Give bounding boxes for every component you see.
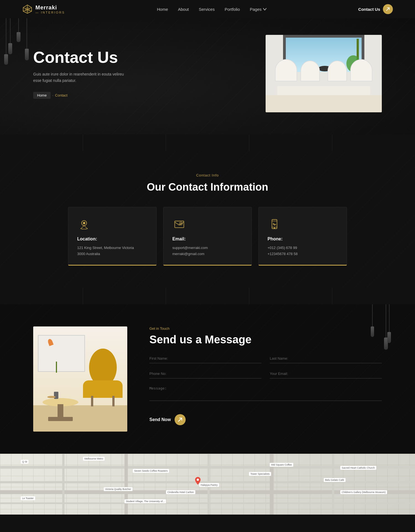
hero-description: Guis aute irure dolor in rearehenderit i… [33,71,133,84]
interior-scene [33,326,127,432]
phone-icon [268,217,281,231]
location-card-title: Location: [77,237,147,242]
last-name-field [270,356,382,363]
logo-icon [22,4,33,14]
svg-point-6 [83,222,85,224]
phone-field [149,371,261,378]
contact-us-button[interactable]: Contact Us [358,4,393,14]
message-textarea[interactable] [149,386,382,397]
map-section: Q St Seven Seeds Coffee Roasters Halepya… [0,454,415,515]
brand-sub: — Interiors [35,11,65,14]
email-input[interactable] [270,372,382,376]
chevron-down-icon [263,7,266,11]
email-icon [172,217,186,231]
send-button-label: Send Now [149,417,171,422]
map-label-13: Melbourne Metro [83,457,105,461]
nav-links: Home About Services Portfolio Pages [157,7,266,12]
contact-arrow-icon [383,4,393,14]
navbar: Merraki — Interiors Home About Services … [0,0,415,18]
nav-services[interactable]: Services [199,7,215,12]
map-pin [195,477,201,486]
envelope-icon [173,218,185,230]
map-label-9: Children's Gallery (Melbourne Museum) [340,490,387,494]
form-section-label: Get in Touch [149,326,382,331]
form-title: Send us a Message [149,333,382,346]
contact-form: Get in Touch Send us a Message Send Now [149,326,382,425]
svg-point-12 [274,228,275,229]
send-arrow-icon [175,414,186,425]
info-cards: Location: 121 King Street, Melbourne Vic… [33,207,382,266]
phone-card: Phone: +012 (345) 678 99+12345678 478 58 [258,207,347,266]
section-dividers-2 [0,288,415,304]
email-field [270,371,382,378]
map-label-12: Cinderella Hotel Carlton [166,490,195,494]
hero-content: Contact Us Guis aute irure dolor in rear… [33,48,166,99]
map-label-8: Belu Gelato Café [324,478,346,482]
phone-card-title: Phone: [268,237,338,242]
email-card-text: support@merraki.commerraki@gmail.com [172,245,243,257]
contact-info-section: Contact Info Our Contact Information Loc… [0,151,415,288]
first-name-input[interactable] [149,356,261,360]
arrow-up-right-icon [178,417,183,422]
phone-input[interactable] [149,372,261,376]
nav-portfolio[interactable]: Portfolio [225,7,240,12]
section-dividers [0,134,415,151]
form-section: Get in Touch Send us a Message Send Now [0,304,415,454]
phone-device-icon [268,218,281,230]
map-label-2: Seven Seeds Coffee Roasters [133,469,169,473]
location-card: Location: 121 King Street, Melbourne Vic… [68,207,157,266]
breadcrumb-current: Contact [55,93,68,97]
map-label-4: Victoria Quality Butcher [104,487,133,491]
hero-section: Contact Us Guis aute irure dolor in rear… [0,18,415,134]
arrow-icon [386,7,390,11]
map-pin-icon [78,218,90,230]
contact-info-label: Contact Info [33,173,382,177]
last-name-input[interactable] [270,356,382,360]
svg-point-13 [197,479,199,481]
email-card-title: Email: [172,237,243,242]
map-label-1: Q St [21,460,28,464]
contact-info-title: Our Contact Information [33,181,382,193]
map-label-7: Sacred Heart Catholic Church [340,466,376,470]
map-label-11: Student Village, The University of... [124,499,166,503]
email-card: Email: support@merraki.commerraki@gmail.… [163,207,252,266]
hero-title: Contact Us [33,48,166,66]
map-label-6: Mid Square Coffee [270,463,293,467]
message-field [149,386,382,401]
breadcrumb-home[interactable]: Home [33,92,51,99]
location-icon [77,217,91,231]
nav-pages-dropdown[interactable]: Pages [250,7,266,12]
first-name-field [149,356,261,363]
map-label-10: Le Toaster [21,496,35,500]
map-label-3: Halepya Pantry [199,483,219,487]
contact-button-label: Contact Us [358,7,380,12]
hero-image [266,35,382,112]
send-now-button[interactable]: Send Now [149,414,186,425]
breadcrumb-separator: - [52,93,53,97]
form-image [33,326,127,432]
location-card-text: 121 King Street, Melbourne Victoria3000 … [77,245,147,257]
dining-scene [266,35,382,112]
form-fields-grid [149,356,382,409]
logo[interactable]: Merraki — Interiors [22,4,65,14]
nav-about[interactable]: About [178,7,189,12]
map-label-5: Tower Specialists [249,472,271,476]
map-placeholder: Q St Seven Seeds Coffee Roasters Halepya… [0,454,415,515]
nav-home[interactable]: Home [157,7,168,12]
breadcrumb: Home - Contact [33,92,166,99]
brand-name: Merraki [35,4,65,11]
phone-card-text: +012 (345) 678 99+12345678 478 58 [268,245,338,257]
nav-pages-label: Pages [250,7,262,12]
